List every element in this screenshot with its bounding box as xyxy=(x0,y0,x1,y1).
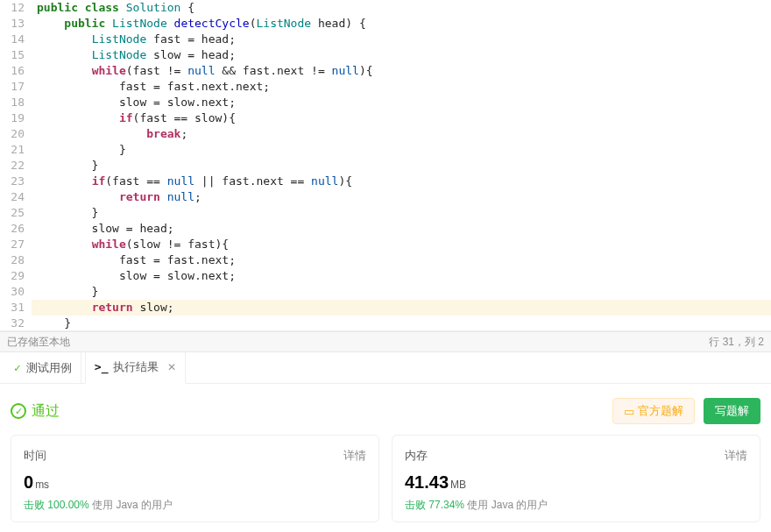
pass-status: ✓ 通过 xyxy=(11,402,60,421)
line-number: 16 xyxy=(0,63,25,79)
write-solution-label: 写题解 xyxy=(715,403,749,419)
official-solution-label: 官方题解 xyxy=(638,403,683,419)
editor-statusbar: 已存储至本地 行 31，列 2 xyxy=(0,331,771,352)
line-number: 13 xyxy=(0,16,25,32)
time-value: 0ms xyxy=(24,472,366,493)
saved-indicator: 已存储至本地 xyxy=(7,335,70,350)
line-number: 30 xyxy=(0,284,25,300)
code-line[interactable]: public ListNode detectCycle(ListNode hea… xyxy=(32,16,771,32)
code-line[interactable]: slow = slow.next; xyxy=(32,268,771,284)
code-line[interactable]: slow = head; xyxy=(32,221,771,237)
tab-result-label: 执行结果 xyxy=(113,359,159,375)
line-gutter: 1213141516171819202122232425262728293031… xyxy=(0,0,32,330)
book-icon: ▭ xyxy=(624,405,634,418)
line-number: 15 xyxy=(0,47,25,63)
check-circle-icon: ✓ xyxy=(11,403,26,419)
code-line[interactable]: ListNode slow = head; xyxy=(32,47,771,63)
check-icon: ✓ xyxy=(14,361,21,374)
terminal-icon: >_ xyxy=(95,360,109,373)
line-number: 25 xyxy=(0,205,25,221)
stats-row: 时间 详情 0ms 击败 100.00% 使用 Java 的用户 内存 详情 4… xyxy=(0,435,771,522)
line-number: 17 xyxy=(0,79,25,95)
code-line[interactable]: } xyxy=(32,284,771,300)
code-line[interactable]: } xyxy=(32,142,771,158)
line-number: 19 xyxy=(0,110,25,126)
memory-value: 41.43MB xyxy=(405,472,747,493)
code-line[interactable]: fast = fast.next.next; xyxy=(32,79,771,95)
code-line[interactable]: } xyxy=(32,316,771,331)
line-number: 24 xyxy=(0,189,25,205)
line-number: 23 xyxy=(0,174,25,189)
line-number: 12 xyxy=(0,0,25,16)
time-panel: 时间 详情 0ms 击败 100.00% 使用 Java 的用户 xyxy=(11,435,379,522)
write-solution-button[interactable]: 写题解 xyxy=(704,398,760,424)
code-line[interactable]: return null; xyxy=(32,189,771,205)
result-buttons: ▭ 官方题解 写题解 xyxy=(612,398,760,424)
official-solution-button[interactable]: ▭ 官方题解 xyxy=(612,398,695,424)
cursor-position: 行 31，列 2 xyxy=(709,335,764,350)
memory-unit: MB xyxy=(450,479,466,491)
tab-testcase[interactable]: ✓ 测试用例 xyxy=(5,352,81,384)
memory-title: 内存 xyxy=(405,448,428,464)
code-line[interactable]: if(fast == null || fast.next == null){ xyxy=(32,174,771,189)
code-area[interactable]: public class Solution { public ListNode … xyxy=(32,0,771,330)
code-line[interactable]: return slow; xyxy=(32,300,771,316)
memory-number: 41.43 xyxy=(405,472,449,492)
time-number: 0 xyxy=(24,472,33,492)
tab-testcase-label: 测试用例 xyxy=(26,360,72,376)
tab-result[interactable]: >_ 执行结果 ✕ xyxy=(85,352,187,384)
line-number: 26 xyxy=(0,221,25,237)
code-line[interactable]: while(slow != fast){ xyxy=(32,237,771,252)
code-line[interactable]: fast = fast.next; xyxy=(32,252,771,268)
memory-beat-pct: 77.34% xyxy=(428,499,464,511)
line-number: 22 xyxy=(0,158,25,174)
time-title: 时间 xyxy=(24,448,46,464)
time-beat-pct: 100.00% xyxy=(47,499,88,511)
line-number: 14 xyxy=(0,32,25,47)
line-number: 32 xyxy=(0,316,25,331)
memory-beat-suffix: 使用 Java 的用户 xyxy=(464,499,548,511)
code-line[interactable]: public class Solution { xyxy=(32,0,771,16)
time-beat: 击败 100.00% 使用 Java 的用户 xyxy=(24,498,366,513)
line-number: 31 xyxy=(0,300,25,316)
time-beat-suffix: 使用 Java 的用户 xyxy=(89,499,173,511)
line-number: 21 xyxy=(0,142,25,158)
pass-label: 通过 xyxy=(32,402,60,421)
memory-beat-prefix: 击败 xyxy=(405,499,428,511)
code-line[interactable]: if(fast == slow){ xyxy=(32,110,771,126)
line-number: 28 xyxy=(0,252,25,268)
code-line[interactable]: break; xyxy=(32,126,771,142)
time-detail-link[interactable]: 详情 xyxy=(343,448,366,464)
line-number: 27 xyxy=(0,237,25,252)
time-beat-prefix: 击败 xyxy=(24,499,47,511)
line-number: 20 xyxy=(0,126,25,142)
close-icon[interactable]: ✕ xyxy=(167,361,176,373)
result-tabs: ✓ 测试用例 >_ 执行结果 ✕ xyxy=(0,352,771,384)
code-line[interactable]: } xyxy=(32,158,771,174)
code-line[interactable]: slow = slow.next; xyxy=(32,95,771,110)
code-line[interactable]: while(fast != null && fast.next != null)… xyxy=(32,63,771,79)
memory-beat: 击败 77.34% 使用 Java 的用户 xyxy=(405,498,747,513)
code-line[interactable]: } xyxy=(32,205,771,221)
line-number: 29 xyxy=(0,268,25,284)
result-header: ✓ 通过 ▭ 官方题解 写题解 xyxy=(0,384,771,435)
time-unit: ms xyxy=(35,479,49,491)
memory-panel: 内存 详情 41.43MB 击败 77.34% 使用 Java 的用户 xyxy=(392,435,760,522)
code-line[interactable]: ListNode fast = head; xyxy=(32,32,771,47)
line-number: 18 xyxy=(0,95,25,110)
code-editor[interactable]: 1213141516171819202122232425262728293031… xyxy=(0,0,771,331)
memory-detail-link[interactable]: 详情 xyxy=(725,448,747,464)
